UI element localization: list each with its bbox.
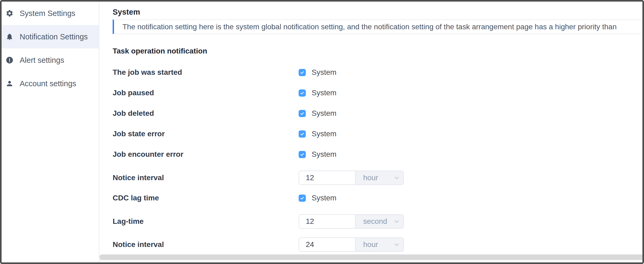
form-row: Job paused System [113,89,642,97]
form-row: CDC lag time System [113,194,642,202]
check-icon [300,152,304,157]
notification-form: The job was started System Job paused Sy… [113,68,642,252]
form-row-label: The job was started [113,68,299,77]
interval-input-group: second [299,214,404,229]
content-bottom-divider [99,260,642,260]
checkbox-option-label[interactable]: System [312,109,336,118]
checkbox-option-label[interactable]: System [312,150,336,159]
main-content: System The notification setting here is … [99,2,642,262]
form-row: Job deleted System [113,109,642,118]
interval-value-input[interactable] [299,238,355,251]
info-alert-text: The notification setting here is the sys… [122,23,617,31]
page-title: System [113,7,642,16]
bell-icon [6,33,14,41]
chevron-down-icon [393,218,400,225]
sidebar-item-notification-settings[interactable]: Notification Settings [2,25,99,48]
form-row-label: CDC lag time [113,194,299,202]
form-row-label: Job encounter error [113,150,299,159]
check-icon [300,132,304,136]
unit-select[interactable]: hour [355,238,403,251]
form-row: Notice interval hour [113,237,642,252]
check-icon [300,111,304,116]
sidebar-item-label: System Settings [20,9,75,18]
checkbox-option-label[interactable]: System [312,89,336,97]
sidebar-item-alert-settings[interactable]: Alert settings [2,48,99,72]
unit-select-value: hour [363,174,378,182]
sidebar-item-label: Notification Settings [20,32,88,41]
interval-value-input[interactable] [299,215,355,228]
form-row-label: Job deleted [113,109,299,118]
sidebar: System Settings Notification Settings Al… [2,2,99,262]
unit-select[interactable]: hour [355,171,403,184]
system-checkbox[interactable] [299,89,306,97]
unit-select-value: hour [363,240,378,249]
form-row-label: Notice interval [113,240,299,249]
interval-input-group: hour [299,237,404,252]
chevron-down-icon [393,174,400,181]
check-icon [300,70,304,75]
interval-value-input[interactable] [299,171,355,184]
interval-input-group: hour [299,171,404,185]
checkbox-option-label[interactable]: System [312,68,336,77]
sidebar-item-account-settings[interactable]: Account settings [2,72,99,95]
form-row: The job was started System [113,68,642,77]
section-title: Task operation notification [113,47,642,55]
unit-select-value: second [363,217,387,226]
horizontal-scrollbar-thumb[interactable] [99,254,642,260]
form-row: Job state error System [113,130,642,138]
system-checkbox[interactable] [299,110,306,117]
chevron-down-icon [393,241,400,248]
check-icon [300,196,304,200]
form-row-label: Job paused [113,89,299,97]
sidebar-item-label: Account settings [20,79,76,88]
sidebar-item-system-settings[interactable]: System Settings [2,2,99,25]
form-row: Lag-time second [113,214,642,229]
system-checkbox[interactable] [299,151,306,158]
check-icon [300,91,304,95]
gear-icon [6,9,14,17]
alert-circle-icon [6,56,14,64]
form-row: Job encounter error System [113,150,642,159]
settings-window: System Settings Notification Settings Al… [0,0,644,264]
system-checkbox[interactable] [299,195,306,202]
system-checkbox[interactable] [299,130,306,138]
form-row-label: Lag-time [113,217,299,226]
user-icon [6,80,14,88]
form-row-label: Job state error [113,130,299,138]
unit-select[interactable]: second [355,215,403,228]
sidebar-item-label: Alert settings [20,56,64,65]
form-row: Notice interval hour [113,171,642,185]
checkbox-option-label[interactable]: System [312,194,336,202]
checkbox-option-label[interactable]: System [312,130,336,138]
form-row-label: Notice interval [113,174,299,182]
info-alert: The notification setting here is the sys… [113,19,642,34]
system-checkbox[interactable] [299,69,306,76]
